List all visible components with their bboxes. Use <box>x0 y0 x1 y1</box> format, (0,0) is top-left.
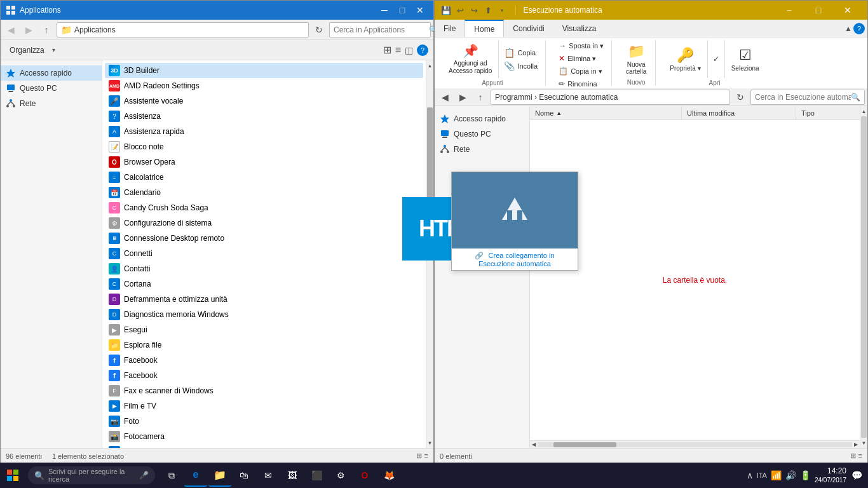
incolla-button[interactable]: 📎 Incolla <box>501 60 540 72</box>
list-item[interactable]: ▶ Film e TV <box>105 398 423 414</box>
list-item[interactable]: 🖥 Connessione Desktop remoto <box>105 231 423 246</box>
preview-pane-button[interactable]: ◫ <box>405 45 413 55</box>
refresh-button-left[interactable]: ↻ <box>311 22 327 37</box>
taskbar-photos[interactable]: 🖼 <box>281 464 304 487</box>
col-nome[interactable]: Nome ▲ <box>530 106 682 119</box>
list-item[interactable]: ⚙ Configurazione di sistema <box>105 215 423 231</box>
seleziona-button[interactable]: ☑ Seleziona <box>728 44 763 74</box>
sidebar-item-questo-pc[interactable]: Questo PC <box>1 81 102 96</box>
taskbar-virtualbox[interactable]: ⬛ <box>305 464 328 487</box>
right-scroll-track[interactable] <box>860 116 867 438</box>
right-sidebar-pc[interactable]: Questo PC <box>435 126 529 142</box>
minimize-button[interactable]: ─ <box>376 2 393 18</box>
taskbar-mail[interactable]: ✉ <box>257 464 280 487</box>
organize-chevron[interactable]: ▾ <box>52 46 55 53</box>
right-scroll-down[interactable]: ▼ <box>860 438 867 448</box>
view-details-button[interactable]: ≡ <box>395 44 401 56</box>
col-tipo[interactable]: Tipo <box>796 106 860 119</box>
list-item[interactable]: F Fax e scanner di Windows <box>105 383 423 398</box>
list-item[interactable]: C Candy Crush Soda Saga <box>105 200 423 215</box>
copia-button[interactable]: 📋 Copia <box>501 46 540 59</box>
sidebar-item-accesso-rapido[interactable]: Accesso rapido <box>1 65 102 81</box>
add-quick-access-button[interactable]: 📌 Aggiungi adAccesso rapido <box>445 41 496 78</box>
forward-button[interactable]: ▶ <box>21 22 36 37</box>
list-item[interactable]: 3D 3D Builder <box>105 63 423 78</box>
list-item[interactable]: 🎤 Assistente vocale <box>105 93 423 109</box>
scroll-up[interactable]: ▲ <box>426 60 433 71</box>
ribbon-help[interactable]: ? <box>853 23 865 34</box>
view-tiles-button[interactable]: ⊞ <box>383 44 391 56</box>
proprieta-button[interactable]: 🔑 Proprietà ▾ <box>666 44 704 74</box>
status-tiles-icon[interactable]: ⊞ <box>416 452 422 460</box>
right-refresh-button[interactable]: ↻ <box>733 90 748 105</box>
right-status-tiles-icon[interactable]: ⊞ <box>850 452 856 460</box>
list-item[interactable]: 📷 Foto <box>105 414 423 429</box>
scroll-track-h[interactable] <box>538 442 852 447</box>
right-bottom-scrollbar[interactable]: ◀ ▶ <box>530 440 860 448</box>
list-item[interactable]: C Cortana <box>105 276 423 292</box>
close-button-left[interactable]: ✕ <box>412 2 428 18</box>
notification-center[interactable]: 💬 <box>850 464 863 487</box>
list-item[interactable]: D Deframmenta e ottimizza unità <box>105 292 423 307</box>
list-item[interactable]: A Assistenza rapida <box>105 124 423 139</box>
list-item[interactable]: = Calcolatrice <box>105 170 423 185</box>
tab-condividi[interactable]: Condividi <box>504 20 553 37</box>
list-item[interactable]: AMD AMD Radeon Settings <box>105 78 423 93</box>
sposta-button[interactable]: → Sposta in ▾ <box>556 40 606 51</box>
status-list-icon[interactable]: ≡ <box>424 452 428 460</box>
list-item[interactable]: f Facebook <box>105 368 423 383</box>
right-search-box[interactable]: 🔍 <box>750 90 865 105</box>
col-ultima-modifica[interactable]: Ultima modifica <box>682 106 796 119</box>
qat-up[interactable]: ⬆ <box>482 4 494 17</box>
qat-save[interactable]: 💾 <box>440 4 452 17</box>
address-bar-left[interactable]: 📁 Applications <box>57 22 309 37</box>
ribbon-collapse-up[interactable]: ▲ <box>844 24 852 33</box>
taskbar-opera[interactable]: O <box>353 464 376 487</box>
back-button[interactable]: ◀ <box>3 22 18 37</box>
up-button[interactable]: ↑ <box>39 22 54 37</box>
qat-redo[interactable]: ↪ <box>468 4 480 17</box>
organize-button[interactable]: Organizza <box>6 44 48 56</box>
sidebar-item-rete[interactable]: Rete <box>1 96 102 111</box>
tray-volume[interactable]: 🔊 <box>785 470 796 480</box>
right-minimize-button[interactable]: ─ <box>775 1 804 20</box>
copia-in-button[interactable]: 📋 Copia in ▾ <box>556 65 604 77</box>
taskbar-search-box[interactable]: 🔍 Scrivi qui per eseguire la ricerca 🎤 <box>28 466 155 484</box>
list-item[interactable]: G Gestione attività <box>105 444 423 448</box>
taskbar-task-view[interactable]: ⧉ <box>160 464 183 487</box>
tab-visualizza[interactable]: Visualizza <box>553 20 606 37</box>
list-item[interactable]: D Diagnostica memoria Windows <box>105 307 423 322</box>
search-input-left[interactable] <box>334 25 429 34</box>
right-scroll-up[interactable]: ▲ <box>860 106 867 116</box>
taskbar-firefox[interactable]: 🦊 <box>377 464 400 487</box>
qat-dropdown[interactable]: ▾ <box>496 4 508 17</box>
list-item[interactable]: f Facebook <box>105 353 423 368</box>
right-address-bar[interactable]: Programmi › Esecuzione automatica <box>491 90 730 105</box>
right-search-input[interactable] <box>755 93 851 102</box>
right-scrollbar[interactable]: ▲ ▼ <box>860 106 867 448</box>
scroll-left[interactable]: ◀ <box>530 442 538 447</box>
right-back-button[interactable]: ◀ <box>437 90 452 105</box>
scroll-thumb-h[interactable] <box>553 442 616 447</box>
right-sidebar-rete[interactable]: Rete <box>435 142 529 157</box>
apri-verifica-button[interactable]: ✓ <box>710 53 722 65</box>
list-item[interactable]: ? Assistenza <box>105 109 423 124</box>
scroll-right[interactable]: ▶ <box>852 442 860 447</box>
list-item[interactable]: 📝 Blocco note <box>105 139 423 154</box>
elimina-button[interactable]: ✕ Elimina ▾ <box>556 53 599 64</box>
qat-undo[interactable]: ↩ <box>454 4 466 17</box>
list-item[interactable]: 📁 Esplora file <box>105 337 423 353</box>
maximize-button[interactable]: □ <box>394 2 410 18</box>
search-box-left[interactable]: 🔍 <box>329 22 431 37</box>
taskbar-settings[interactable]: ⚙ <box>329 464 352 487</box>
taskbar-explorer[interactable]: 📁 <box>208 464 231 487</box>
taskbar-edge[interactable]: e <box>184 464 207 487</box>
tray-time[interactable]: 14:20 24/07/2017 <box>815 466 846 485</box>
right-maximize-button[interactable]: □ <box>804 1 833 20</box>
list-item[interactable]: 📅 Calendario <box>105 185 423 200</box>
taskbar-store[interactable]: 🛍 <box>233 464 255 487</box>
tab-file[interactable]: File <box>435 20 465 37</box>
right-scroll-thumb[interactable] <box>861 116 867 438</box>
list-item[interactable]: 📸 Fotocamera <box>105 429 423 444</box>
tab-home[interactable]: Home <box>465 20 504 37</box>
